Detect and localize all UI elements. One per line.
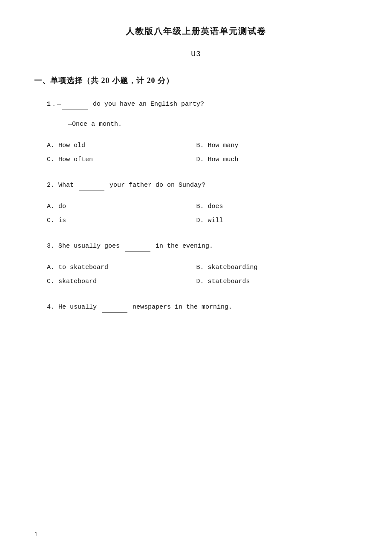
section1-title: 一、单项选择（共 20 小题，计 20 分）	[34, 75, 358, 86]
q1-option-a: A. How old	[47, 139, 196, 153]
q1-option-c: C. How often	[47, 153, 196, 167]
page-title: 人教版八年级上册英语单元测试卷	[34, 26, 358, 37]
q2-option-a: A. do	[47, 199, 196, 214]
q3-option-c: C. skateboard	[47, 275, 196, 289]
question-1: 1．— do you have an English party?	[47, 98, 358, 110]
q1-options: A. How old B. How many C. How often D. H…	[47, 139, 358, 167]
q1-reply: —Once a month.	[68, 119, 358, 130]
question-2: 2. What your father do on Sunday?	[47, 179, 358, 191]
q3-option-d: D. stateboards	[196, 275, 345, 289]
q4-text: 4. He usually newspapers in the morning.	[47, 304, 232, 311]
subtitle: U3	[34, 50, 358, 58]
q1-text: 1．— do you have an English party?	[47, 101, 204, 108]
q3-option-b: B. skateboarding	[196, 260, 345, 275]
q1-option-d: D. How much	[196, 153, 345, 167]
q3-text: 3. She usually goes in the evening.	[47, 243, 213, 250]
page-number: 1	[34, 531, 37, 538]
q2-option-c: C. is	[47, 214, 196, 228]
question-3: 3. She usually goes in the evening.	[47, 240, 358, 252]
q3-option-a: A. to skateboard	[47, 260, 196, 275]
q2-text: 2. What your father do on Sunday?	[47, 182, 205, 189]
q1-option-b: B. How many	[196, 139, 345, 153]
q2-options: A. do B. does C. is D. will	[47, 199, 358, 228]
q2-option-b: B. does	[196, 199, 345, 214]
q3-options: A. to skateboard B. skateboarding C. ska…	[47, 260, 358, 289]
question-4: 4. He usually newspapers in the morning.	[47, 301, 358, 313]
q2-option-d: D. will	[196, 214, 345, 228]
